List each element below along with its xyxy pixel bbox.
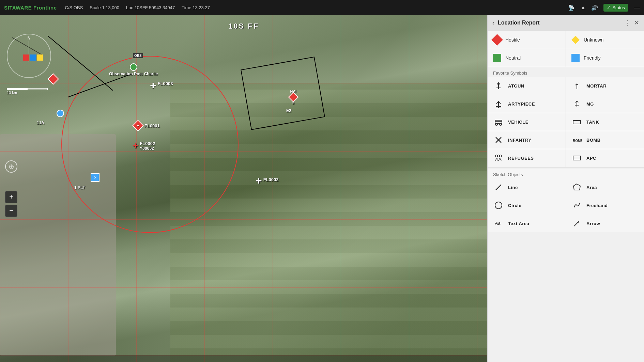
tank-label: TANK [586,120,599,125]
apc-label: APC [586,156,596,161]
status-button[interactable]: ✓ Status [603,4,628,12]
text-area-label: Text Area [508,221,529,226]
friendly-unit-icon: ✕ [91,173,99,182]
sketch-freehand[interactable]: Freehand [566,196,644,214]
atgun-label: ATGUN [508,83,524,89]
fl0002a-marker[interactable]: + FL0002 Y00002 [133,141,155,151]
symbol-refugees[interactable]: REFUGEES [488,149,566,167]
obs-post-charlie[interactable]: Observation Post Charlie [109,63,158,76]
svg-point-27 [500,155,502,157]
symbol-artypiece[interactable]: ARTYPIECE [488,95,566,113]
sketch-arrow[interactable]: Arrow [566,215,644,232]
location: Loc 10SFF 50943 34947 [126,5,175,10]
scale-bar-right [27,88,48,90]
sketch-area[interactable]: Area [566,178,644,196]
callsign: C/S OBS [65,5,83,10]
affil-hostile[interactable]: Hostile [488,31,566,49]
hostile-diamond-icon [47,73,59,85]
zoom-out-button[interactable]: − [5,205,17,217]
svg-point-17 [495,123,497,125]
main-content: 10S FF N 10 km + − [0,15,644,362]
fl0001-marker[interactable]: + FL0001 [133,121,160,131]
refugees-icon [493,153,504,163]
svg-text:BOMB: BOMB [573,139,582,143]
unit-icon-group [23,54,43,61]
freehand-label: Freehand [586,203,608,208]
y00002-label: Y00002 [140,146,155,151]
friendly-icon [571,54,580,62]
brand: SITAWARE Frontline [4,5,57,11]
symbol-vehicle[interactable]: VEHICLE [488,113,566,131]
sketch-line[interactable]: Line [488,178,566,196]
affil-friendly[interactable]: Friendly [566,49,644,67]
symbol-mortar[interactable]: MORTAR [566,77,644,95]
neutral-icon [493,54,501,62]
symbol-mg[interactable]: MG [566,95,644,113]
obs-marker[interactable]: OBS [133,53,143,58]
nai5-marker[interactable]: NAi 5 [290,89,297,105]
audio-icon[interactable]: 🔊 [591,4,598,11]
blue-unit[interactable] [57,110,64,117]
sketch-divider [488,168,644,168]
mortar-label: MORTAR [586,83,607,89]
symbol-infantry[interactable]: INFANTRY [488,131,566,149]
scale-bar [7,88,48,90]
panel-menu-button[interactable]: ⋮ [625,19,631,27]
svg-line-31 [499,158,500,161]
atgun-icon [493,80,504,91]
time: Time 13:23:27 [182,5,210,10]
friendly-unit[interactable]: ✕ [91,173,99,182]
artypiece-icon [493,98,504,109]
brand-prefix: SITAWARE [4,5,32,11]
unknown-icon [571,36,580,44]
refugees-label: REFUGEES [508,156,534,161]
panel-close-button[interactable]: ✕ [634,19,639,27]
map-controls: + − [5,160,17,217]
svg-point-26 [495,155,497,157]
symbol-atgun[interactable]: ATGUN [488,77,566,95]
affil-neutral[interactable]: Neutral [488,49,566,67]
panel-back-button[interactable]: ‹ [492,19,494,27]
status-check-icon: ✓ [607,5,611,10]
svg-marker-35 [573,184,580,190]
affil-unknown[interactable]: Unknown [566,31,644,49]
scale-bar-left [7,88,27,90]
panel-title: Location Report [498,20,621,26]
fl0001-icon-container: + [133,121,143,131]
hostile-diamond-left[interactable] [49,75,57,83]
fl0001-label: FL0001 [144,123,160,128]
fl0002a-labels: FL0002 Y00002 [140,141,155,151]
sketch-text-area[interactable]: Aa Text Area [488,215,566,232]
fl0002b-marker[interactable]: + FL0002 [256,175,279,186]
minimize-button[interactable]: — [634,4,640,11]
unit-icon-blue [30,54,36,61]
fl0002b-label: FL0002 [263,177,279,182]
panel-bottom [488,232,644,362]
circle-icon [493,200,504,211]
area-label: Area [586,185,597,190]
zoom-in-button[interactable]: + [5,191,17,203]
mortar-icon [571,80,582,91]
tank-icon [571,116,582,127]
fl0003-cross: + [150,80,156,91]
radio-icon[interactable]: 📡 [568,4,575,11]
fl0003-label: FL0003 [158,81,173,86]
fl0002a-cross: + [133,141,138,151]
vehicle-icon [493,116,504,127]
svg-line-29 [495,158,497,161]
bomb-icon: BOMB [571,135,582,145]
fl0003-marker[interactable]: + FL0003 [150,80,173,91]
symbol-tank[interactable]: TANK [566,113,644,131]
mg-icon [571,98,582,109]
sketch-circle[interactable]: Circle [488,196,566,214]
friendly-label: Friendly [584,55,601,61]
map-grid [0,15,487,362]
symbol-apc[interactable]: APC [566,149,644,167]
navigation-icon[interactable]: ▲ [580,4,586,11]
arrow-icon [571,218,582,229]
map-area[interactable]: 10S FF N 10 km + − [0,15,487,362]
symbol-bomb[interactable]: BOMB BOMB [566,131,644,149]
hostile-label: Hostile [505,37,520,43]
fl0002b-cross: + [256,175,262,186]
target-control[interactable] [5,160,17,173]
